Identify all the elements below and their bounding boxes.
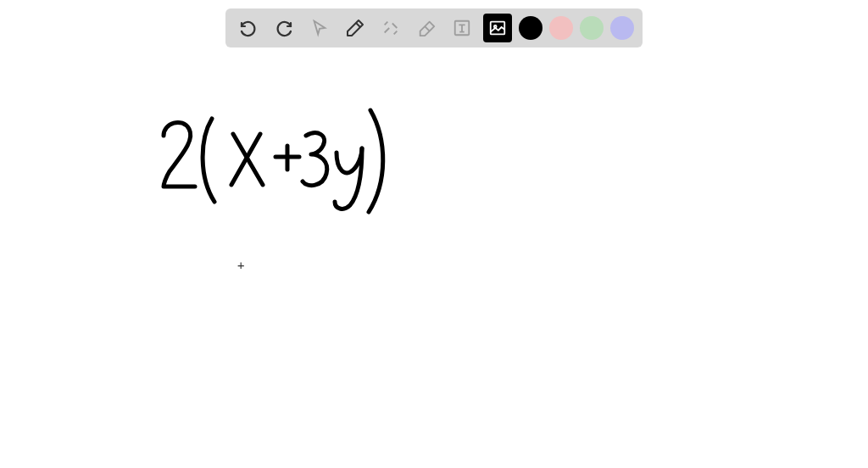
canvas-area[interactable]: + [0,51,868,468]
redo-button[interactable] [270,14,298,42]
text-button[interactable] [448,14,476,42]
toolbar [225,8,643,47]
text-icon [453,19,471,37]
redo-icon [274,18,294,38]
svg-line-0 [356,23,360,27]
image-icon [488,19,507,37]
tools-icon [381,19,400,37]
color-purple[interactable] [610,16,634,40]
image-button[interactable] [483,14,512,42]
eraser-button[interactable] [412,14,441,42]
undo-icon [238,18,259,38]
color-black[interactable] [519,16,542,40]
tools-button[interactable] [376,14,405,42]
color-pink[interactable] [549,16,573,40]
pencil-button[interactable] [341,14,370,42]
handwritten-expression [148,93,394,220]
eraser-icon [417,19,436,37]
crosshair-cursor: + [237,259,244,272]
svg-line-1 [425,26,430,31]
pointer-icon [310,19,329,37]
pencil-icon [345,18,365,38]
color-green[interactable] [580,16,604,40]
pointer-button[interactable] [305,14,334,42]
undo-button[interactable] [234,14,263,42]
